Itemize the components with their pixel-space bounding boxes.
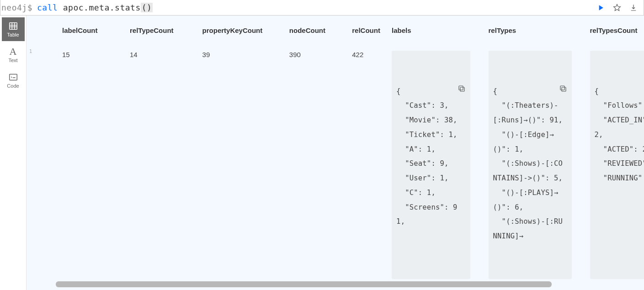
keyword-call: call: [37, 3, 58, 12]
svg-rect-5: [560, 86, 564, 90]
copy-button[interactable]: [458, 54, 467, 63]
cell-relCount: 422: [325, 43, 383, 284]
copy-icon: [559, 84, 567, 93]
relTypesCount-json-text: { "Follows": 2, "ACTED_IN": 172, "ACTED"…: [595, 87, 644, 183]
tab-table[interactable]: Table: [2, 17, 25, 41]
relTypesCount-json[interactable]: { "Follows": 2, "ACTED_IN": 172, "ACTED"…: [590, 51, 644, 279]
download-button[interactable]: [627, 1, 640, 14]
table-row: 15 14 39 390 422 { "Cast": 3, "Movie": 3…: [35, 43, 644, 284]
main-area: Table A Text Code 1 labelCount relTypeCo…: [0, 16, 644, 290]
svg-rect-0: [9, 23, 17, 30]
run-button[interactable]: [594, 1, 607, 14]
relTypes-json[interactable]: { "(:Theaters)-[:Runs]→()": 91, "()-[:Ed…: [489, 51, 572, 279]
copy-button[interactable]: [559, 54, 568, 63]
table-icon: [8, 21, 18, 31]
th-propertyKeyCount: propertyKeyCount: [175, 16, 262, 43]
download-icon: [629, 4, 638, 12]
cell-nodeCount: 390: [262, 43, 325, 284]
table-header-row: labelCount relTypeCount propertyKeyCount…: [35, 16, 644, 43]
cell-relTypeCount: 14: [102, 43, 175, 284]
svg-rect-4: [562, 87, 566, 91]
svg-rect-1: [9, 74, 17, 80]
result-area: 1 labelCount relTypeCount propertyKeyCou…: [27, 16, 644, 290]
copy-icon: [458, 84, 466, 93]
th-relTypeCount: relTypeCount: [102, 16, 175, 43]
th-labelCount: labelCount: [35, 16, 102, 43]
horizontal-scrollbar[interactable]: [56, 281, 639, 287]
labels-json-text: { "Cast": 3, "Movie": 38, "Ticket": 1, "…: [396, 87, 457, 226]
tab-text[interactable]: A Text: [2, 43, 25, 67]
prompt-label: neo4j$: [0, 3, 37, 12]
favorite-button[interactable]: [611, 1, 623, 14]
query-bar: neo4j$ call apoc.meta.stats(): [0, 0, 644, 16]
table-wrapper: labelCount relTypeCount propertyKeyCount…: [35, 16, 644, 290]
svg-rect-3: [459, 86, 463, 90]
query-expression: apoc.meta.stats: [58, 3, 140, 12]
th-relCount: relCount: [325, 16, 383, 43]
relTypes-json-text: { "(:Theaters)-[:Runs]→()": 91, "()-[:Ed…: [493, 87, 563, 241]
scrollbar-thumb[interactable]: [56, 281, 552, 287]
th-relTypesCount: relTypesCount: [581, 16, 644, 43]
th-nodeCount: nodeCount: [262, 16, 325, 43]
tab-code[interactable]: Code: [2, 69, 25, 92]
star-icon: [613, 4, 621, 12]
query-input[interactable]: call apoc.meta.stats(): [37, 3, 594, 12]
cell-relTypesCount: { "Follows": 2, "ACTED_IN": 172, "ACTED"…: [581, 43, 644, 284]
results-table: labelCount relTypeCount propertyKeyCount…: [35, 16, 644, 284]
cell-labelCount: 15: [35, 43, 102, 284]
labels-json[interactable]: { "Cast": 3, "Movie": 38, "Ticket": 1, "…: [392, 51, 470, 279]
code-icon: [8, 72, 18, 82]
svg-rect-2: [460, 87, 464, 91]
th-labels: labels: [383, 16, 479, 43]
tab-text-label: Text: [8, 58, 17, 63]
cell-relTypes: { "(:Theaters)-[:Runs]→()": 91, "()-[:Ed…: [479, 43, 581, 284]
tab-code-label: Code: [7, 83, 19, 89]
tab-table-label: Table: [7, 32, 19, 37]
cell-propertyKeyCount: 39: [175, 43, 262, 284]
play-icon: [596, 3, 605, 12]
cell-labels: { "Cast": 3, "Movie": 38, "Ticket": 1, "…: [383, 43, 479, 284]
text-icon: A: [8, 47, 18, 57]
th-relTypes: relTypes: [479, 16, 581, 43]
result-view-sidebar: Table A Text Code: [0, 16, 27, 290]
query-tail: (): [141, 3, 153, 12]
row-number: 1: [29, 49, 32, 54]
